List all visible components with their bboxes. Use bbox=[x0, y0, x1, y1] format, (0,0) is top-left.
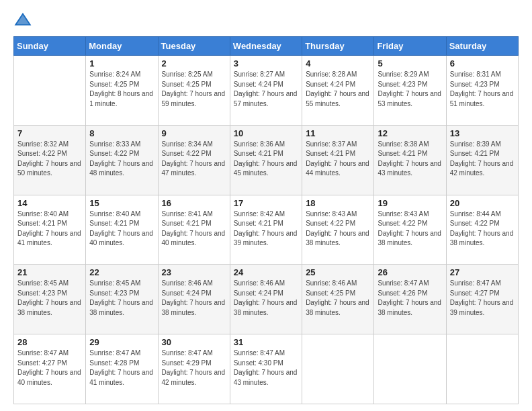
calendar-day-header: Sunday bbox=[14, 37, 86, 56]
calendar-day-cell: 25Sunrise: 8:46 AMSunset: 4:25 PMDayligh… bbox=[302, 265, 374, 334]
day-number: 1 bbox=[89, 58, 154, 68]
logo-icon bbox=[13, 11, 32, 30]
day-number: 9 bbox=[162, 128, 226, 138]
day-info: Sunrise: 8:39 AMSunset: 4:21 PMDaylight:… bbox=[450, 140, 515, 179]
day-info: Sunrise: 8:29 AMSunset: 4:23 PMDaylight:… bbox=[378, 70, 442, 109]
day-info: Sunrise: 8:46 AMSunset: 4:24 PMDaylight:… bbox=[234, 279, 298, 318]
day-info: Sunrise: 8:44 AMSunset: 4:22 PMDaylight:… bbox=[450, 210, 515, 248]
day-info: Sunrise: 8:47 AMSunset: 4:29 PMDaylight:… bbox=[162, 349, 226, 387]
calendar-day-cell: 13Sunrise: 8:39 AMSunset: 4:21 PMDayligh… bbox=[446, 125, 518, 195]
day-info: Sunrise: 8:36 AMSunset: 4:21 PMDaylight:… bbox=[234, 140, 298, 179]
day-number: 16 bbox=[162, 198, 226, 208]
day-number: 18 bbox=[306, 198, 370, 208]
calendar-day-cell: 16Sunrise: 8:41 AMSunset: 4:21 PMDayligh… bbox=[158, 195, 230, 265]
day-number: 31 bbox=[234, 337, 298, 347]
calendar-header-row: SundayMondayTuesdayWednesdayThursdayFrid… bbox=[14, 37, 519, 56]
day-info: Sunrise: 8:47 AMSunset: 4:30 PMDaylight:… bbox=[234, 349, 298, 387]
day-info: Sunrise: 8:45 AMSunset: 4:23 PMDaylight:… bbox=[89, 279, 154, 318]
day-number: 24 bbox=[234, 267, 298, 277]
calendar-day-cell: 15Sunrise: 8:40 AMSunset: 4:21 PMDayligh… bbox=[86, 195, 158, 265]
day-number: 15 bbox=[89, 198, 154, 208]
day-number: 3 bbox=[234, 58, 298, 68]
day-info: Sunrise: 8:42 AMSunset: 4:21 PMDaylight:… bbox=[234, 210, 298, 248]
day-number: 5 bbox=[378, 58, 442, 68]
calendar-day-cell: 30Sunrise: 8:47 AMSunset: 4:29 PMDayligh… bbox=[158, 334, 230, 404]
day-number: 23 bbox=[162, 267, 226, 277]
calendar-day-cell: 12Sunrise: 8:38 AMSunset: 4:21 PMDayligh… bbox=[374, 125, 446, 195]
day-number: 14 bbox=[17, 198, 82, 208]
day-number: 19 bbox=[378, 198, 442, 208]
calendar-day-cell: 28Sunrise: 8:47 AMSunset: 4:27 PMDayligh… bbox=[14, 334, 86, 404]
day-info: Sunrise: 8:32 AMSunset: 4:22 PMDaylight:… bbox=[17, 140, 82, 179]
day-number: 26 bbox=[378, 267, 442, 277]
day-number: 8 bbox=[89, 128, 154, 138]
calendar-table: SundayMondayTuesdayWednesdayThursdayFrid… bbox=[13, 36, 519, 404]
day-info: Sunrise: 8:43 AMSunset: 4:22 PMDaylight:… bbox=[306, 210, 370, 248]
calendar-day-header: Wednesday bbox=[230, 37, 302, 56]
day-info: Sunrise: 8:40 AMSunset: 4:21 PMDaylight:… bbox=[89, 210, 154, 248]
day-info: Sunrise: 8:41 AMSunset: 4:21 PMDaylight:… bbox=[162, 210, 226, 248]
calendar-day-cell: 26Sunrise: 8:47 AMSunset: 4:26 PMDayligh… bbox=[374, 265, 446, 334]
calendar-day-cell: 27Sunrise: 8:47 AMSunset: 4:27 PMDayligh… bbox=[446, 265, 518, 334]
day-info: Sunrise: 8:45 AMSunset: 4:23 PMDaylight:… bbox=[17, 279, 82, 318]
day-number: 2 bbox=[162, 58, 226, 68]
calendar-day-cell bbox=[374, 334, 446, 404]
day-info: Sunrise: 8:31 AMSunset: 4:23 PMDaylight:… bbox=[450, 70, 515, 109]
day-number: 30 bbox=[162, 337, 226, 347]
calendar-day-cell: 24Sunrise: 8:46 AMSunset: 4:24 PMDayligh… bbox=[230, 265, 302, 334]
day-number: 4 bbox=[306, 58, 370, 68]
day-number: 27 bbox=[450, 267, 515, 277]
calendar-day-cell: 21Sunrise: 8:45 AMSunset: 4:23 PMDayligh… bbox=[14, 265, 86, 334]
calendar-day-cell: 31Sunrise: 8:47 AMSunset: 4:30 PMDayligh… bbox=[230, 334, 302, 404]
day-info: Sunrise: 8:24 AMSunset: 4:25 PMDaylight:… bbox=[89, 70, 154, 109]
calendar-day-cell: 8Sunrise: 8:33 AMSunset: 4:22 PMDaylight… bbox=[86, 125, 158, 195]
calendar-day-cell: 10Sunrise: 8:36 AMSunset: 4:21 PMDayligh… bbox=[230, 125, 302, 195]
calendar-day-cell: 19Sunrise: 8:43 AMSunset: 4:22 PMDayligh… bbox=[374, 195, 446, 265]
calendar-day-cell: 9Sunrise: 8:34 AMSunset: 4:22 PMDaylight… bbox=[158, 125, 230, 195]
day-number: 7 bbox=[17, 128, 82, 138]
calendar-day-header: Tuesday bbox=[158, 37, 230, 56]
day-info: Sunrise: 8:33 AMSunset: 4:22 PMDaylight:… bbox=[89, 140, 154, 179]
calendar-day-cell: 5Sunrise: 8:29 AMSunset: 4:23 PMDaylight… bbox=[374, 56, 446, 126]
calendar-week-row: 14Sunrise: 8:40 AMSunset: 4:21 PMDayligh… bbox=[14, 195, 519, 265]
day-number: 25 bbox=[306, 267, 370, 277]
day-info: Sunrise: 8:34 AMSunset: 4:22 PMDaylight:… bbox=[162, 140, 226, 179]
calendar-day-cell: 17Sunrise: 8:42 AMSunset: 4:21 PMDayligh… bbox=[230, 195, 302, 265]
logo bbox=[13, 11, 35, 30]
day-number: 17 bbox=[234, 198, 298, 208]
day-info: Sunrise: 8:47 AMSunset: 4:26 PMDaylight:… bbox=[378, 279, 442, 318]
day-info: Sunrise: 8:43 AMSunset: 4:22 PMDaylight:… bbox=[378, 210, 442, 248]
day-number: 6 bbox=[450, 58, 515, 68]
calendar-week-row: 21Sunrise: 8:45 AMSunset: 4:23 PMDayligh… bbox=[14, 265, 519, 334]
day-info: Sunrise: 8:47 AMSunset: 4:27 PMDaylight:… bbox=[17, 349, 82, 387]
day-number: 13 bbox=[450, 128, 515, 138]
calendar-day-header: Saturday bbox=[446, 37, 518, 56]
calendar-day-cell bbox=[14, 56, 86, 126]
calendar-day-cell: 29Sunrise: 8:47 AMSunset: 4:28 PMDayligh… bbox=[86, 334, 158, 404]
day-number: 29 bbox=[89, 337, 154, 347]
day-info: Sunrise: 8:40 AMSunset: 4:21 PMDaylight:… bbox=[17, 210, 82, 248]
calendar-day-cell: 4Sunrise: 8:28 AMSunset: 4:24 PMDaylight… bbox=[302, 56, 374, 126]
calendar-day-cell: 20Sunrise: 8:44 AMSunset: 4:22 PMDayligh… bbox=[446, 195, 518, 265]
calendar-week-row: 28Sunrise: 8:47 AMSunset: 4:27 PMDayligh… bbox=[14, 334, 519, 404]
day-info: Sunrise: 8:37 AMSunset: 4:21 PMDaylight:… bbox=[306, 140, 370, 179]
page: SundayMondayTuesdayWednesdayThursdayFrid… bbox=[0, 0, 532, 411]
day-info: Sunrise: 8:47 AMSunset: 4:28 PMDaylight:… bbox=[89, 349, 154, 387]
calendar-day-cell: 2Sunrise: 8:25 AMSunset: 4:25 PMDaylight… bbox=[158, 56, 230, 126]
header bbox=[13, 11, 519, 30]
day-number: 10 bbox=[234, 128, 298, 138]
day-number: 22 bbox=[89, 267, 154, 277]
day-info: Sunrise: 8:46 AMSunset: 4:25 PMDaylight:… bbox=[306, 279, 370, 318]
calendar-day-cell: 23Sunrise: 8:46 AMSunset: 4:24 PMDayligh… bbox=[158, 265, 230, 334]
day-info: Sunrise: 8:46 AMSunset: 4:24 PMDaylight:… bbox=[162, 279, 226, 318]
calendar-day-cell: 1Sunrise: 8:24 AMSunset: 4:25 PMDaylight… bbox=[86, 56, 158, 126]
calendar-week-row: 7Sunrise: 8:32 AMSunset: 4:22 PMDaylight… bbox=[14, 125, 519, 195]
day-info: Sunrise: 8:47 AMSunset: 4:27 PMDaylight:… bbox=[450, 279, 515, 318]
day-info: Sunrise: 8:27 AMSunset: 4:24 PMDaylight:… bbox=[234, 70, 298, 109]
day-info: Sunrise: 8:28 AMSunset: 4:24 PMDaylight:… bbox=[306, 70, 370, 109]
calendar-day-cell: 3Sunrise: 8:27 AMSunset: 4:24 PMDaylight… bbox=[230, 56, 302, 126]
day-number: 28 bbox=[17, 337, 82, 347]
calendar-day-header: Friday bbox=[374, 37, 446, 56]
day-info: Sunrise: 8:25 AMSunset: 4:25 PMDaylight:… bbox=[162, 70, 226, 109]
day-info: Sunrise: 8:38 AMSunset: 4:21 PMDaylight:… bbox=[378, 140, 442, 179]
